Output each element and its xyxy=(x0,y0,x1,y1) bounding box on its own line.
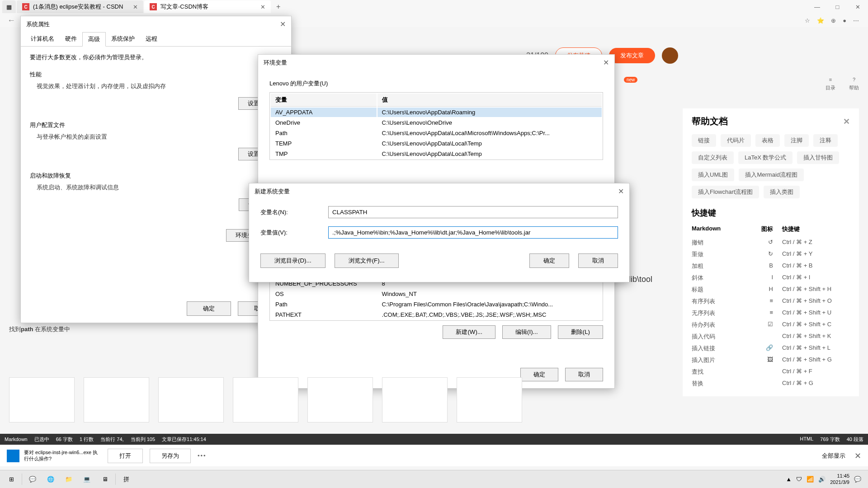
cancel-button[interactable]: 取消 xyxy=(578,253,618,268)
taskbar: ⊞ 💬 🌐 📁 💻 🖥 拼 ▲ 🛡 📶 🔊 11:45 2021/3/9 💬 xyxy=(0,470,868,488)
help-tag[interactable]: 插入类图 xyxy=(764,186,800,198)
thumb[interactable] xyxy=(457,377,522,422)
help-tag[interactable]: 插入Flowchart流程图 xyxy=(692,186,759,198)
new-tab-button[interactable]: + xyxy=(276,3,280,11)
star-icon[interactable]: ☆ xyxy=(805,17,810,24)
help-tag[interactable]: 自定义列表 xyxy=(692,151,734,164)
publish-button[interactable]: 发布文章 xyxy=(609,48,655,63)
tab-close-icon[interactable]: ✕ xyxy=(133,4,138,10)
col-header: 变量 xyxy=(271,94,377,107)
col-header: 值 xyxy=(377,94,602,107)
close-icon[interactable]: ✕ xyxy=(843,117,850,127)
section-desc: 系统启动、系统故障和调试信息 xyxy=(37,183,282,192)
tab-close-icon[interactable]: ✕ xyxy=(260,4,265,10)
sys-tab[interactable]: 计算机名 xyxy=(25,32,60,46)
help-tag[interactable]: LaTeX 数学公式 xyxy=(738,151,793,164)
help-tag[interactable]: 插入UML图 xyxy=(692,169,734,181)
help-tag[interactable]: 注脚 xyxy=(784,134,809,147)
open-button[interactable]: 打开 xyxy=(108,449,143,463)
thumbnails xyxy=(9,377,522,422)
edge-icon[interactable]: 🌐 xyxy=(42,470,60,488)
thumb[interactable] xyxy=(307,377,373,422)
status-item: 已选中 xyxy=(34,436,49,443)
close-button[interactable]: ✕ xyxy=(848,0,868,14)
close-icon[interactable]: ✕ xyxy=(603,58,609,67)
collections-icon[interactable]: ⊕ xyxy=(831,17,836,24)
table-row[interactable]: TMPC:\Users\Lenovo\AppData\Local\Temp xyxy=(271,149,602,159)
dialog-title: 系统属性 xyxy=(26,20,50,28)
notifications-icon[interactable]: 💬 xyxy=(854,476,861,483)
ime-icon[interactable]: 拼 xyxy=(117,470,135,488)
browser-tab-2[interactable]: C 写文章-CSDN博客 ✕ xyxy=(144,0,271,13)
browse-file-button[interactable]: 浏览文件(F)... xyxy=(335,253,399,268)
help-tag[interactable]: 注释 xyxy=(813,134,838,147)
app-icon[interactable]: 💻 xyxy=(78,470,96,488)
wechat-icon[interactable]: 💬 xyxy=(24,470,42,488)
csdn-icon: C xyxy=(150,3,157,10)
profile-icon[interactable]: ● xyxy=(843,17,846,24)
toc-button[interactable]: ≡ 目录 xyxy=(826,77,835,91)
network-icon[interactable]: 📶 xyxy=(807,476,814,483)
help-tag[interactable]: 代码片 xyxy=(721,134,751,147)
minimize-button[interactable]: — xyxy=(807,0,827,14)
toc-icon: ≡ xyxy=(829,77,832,82)
avatar[interactable] xyxy=(662,47,678,64)
table-row[interactable]: TEMPC:\Users\Lenovo\AppData\Local\Temp xyxy=(271,139,602,148)
table-row[interactable]: OSWindows_NT xyxy=(271,289,602,299)
nav-back-icon[interactable]: ← xyxy=(5,16,18,25)
menu-icon[interactable]: ⋯ xyxy=(853,17,859,24)
tray-icon[interactable]: ▲ xyxy=(786,476,792,483)
table-row[interactable]: PATHEXT.COM;.EXE;.BAT;.CMD;.VBS;.VBE;.JS… xyxy=(271,310,602,319)
start-icon[interactable]: ⊞ xyxy=(2,470,20,488)
var-value-input[interactable] xyxy=(328,226,618,239)
table-row[interactable]: PathC:\Program Files\Common Files\Oracle… xyxy=(271,300,602,309)
help-button[interactable]: ? 帮助 xyxy=(849,77,859,91)
thumb[interactable] xyxy=(9,377,75,422)
sys-tab[interactable]: 远程 xyxy=(140,32,163,46)
help-tag[interactable]: 插入Mermaid流程图 xyxy=(739,169,804,181)
volume-icon[interactable]: 🔊 xyxy=(818,476,826,483)
showall-link[interactable]: 全部显示 xyxy=(822,452,845,460)
shortcut-row: 无序列表≡Ctrl / ⌘ + Shift + U xyxy=(692,307,850,319)
browse-dir-button[interactable]: 浏览目录(D)... xyxy=(260,253,326,268)
ok-button[interactable]: 确定 xyxy=(187,301,231,316)
thumb[interactable] xyxy=(84,377,149,422)
var-name-label: 变量名(N): xyxy=(260,208,328,216)
help-tag[interactable]: 表格 xyxy=(755,134,780,147)
table-row[interactable]: OneDriveC:\Users\Lenovo\OneDrive xyxy=(271,118,602,127)
close-icon[interactable]: ✕ xyxy=(280,20,286,28)
explorer-icon[interactable]: 📁 xyxy=(60,470,78,488)
maximize-button[interactable]: □ xyxy=(827,0,848,14)
saveas-button[interactable]: 另存为 xyxy=(150,449,191,463)
cancel-button[interactable]: 取消 xyxy=(565,368,603,381)
sys-tab[interactable]: 系统保护 xyxy=(106,32,140,46)
tab-pinned[interactable]: ▦ xyxy=(2,0,16,13)
delete-button[interactable]: 删除(L) xyxy=(558,325,603,339)
new-button[interactable]: 新建(W)... xyxy=(443,325,495,339)
browser-tab-1[interactable]: C (1条消息) eclipse安装教程 - CSDN ✕ xyxy=(17,0,143,13)
var-name-input[interactable] xyxy=(328,206,618,218)
thumb[interactable] xyxy=(382,377,448,422)
thumb[interactable] xyxy=(158,377,224,422)
help-tag[interactable]: 插入甘特图 xyxy=(797,151,839,164)
sys-tab[interactable]: 高级 xyxy=(82,32,106,47)
close-icon[interactable]: ✕ xyxy=(854,451,861,461)
clock[interactable]: 11:45 2021/3/9 xyxy=(830,473,849,485)
favorites-icon[interactable]: ⭐ xyxy=(817,17,824,24)
tray-icon[interactable]: 🛡 xyxy=(796,476,802,483)
table-row[interactable]: AV_APPDATAC:\Users\Lenovo\AppData\Roamin… xyxy=(271,108,602,117)
close-icon[interactable]: ✕ xyxy=(618,187,624,196)
help-tag[interactable]: 链接 xyxy=(692,134,716,147)
sys-tab[interactable]: 硬件 xyxy=(60,32,82,46)
edit-button[interactable]: 编辑(I)... xyxy=(502,325,551,339)
more-icon[interactable]: ••• xyxy=(198,452,207,459)
ok-button[interactable]: 确定 xyxy=(520,368,558,381)
user-vars-table[interactable]: 变量 值 AV_APPDATAC:\Users\Lenovo\AppData\R… xyxy=(269,92,603,160)
tab-title: 写文章-CSDN博客 xyxy=(160,3,255,11)
app-icon[interactable]: 🖥 xyxy=(96,470,114,488)
shortcut-row: 替换Ctrl / ⌘ + G xyxy=(692,378,850,389)
table-row[interactable]: PathC:\Users\Lenovo\AppData\Local\Micros… xyxy=(271,128,602,138)
section-title: 启动和故障恢复 xyxy=(30,172,282,180)
thumb[interactable] xyxy=(233,377,298,422)
ok-button[interactable]: 确定 xyxy=(529,253,569,268)
